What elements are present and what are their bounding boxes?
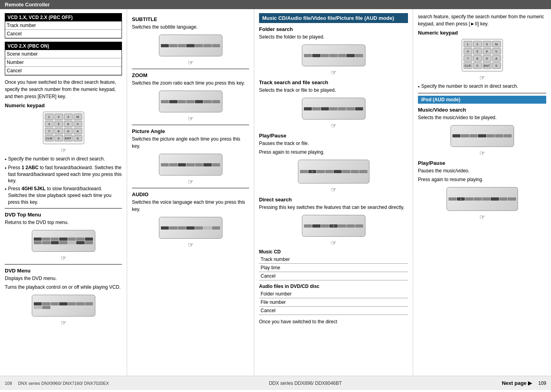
au-btn-1: [161, 226, 169, 230]
hand-pointer-icon-11: ☞: [331, 239, 336, 247]
footer-center: DDX series DDX896/ DDX8046BT: [269, 380, 342, 386]
p-btn-3: [317, 170, 325, 173]
i-btn-5: [487, 134, 495, 137]
p-btn-1: [300, 170, 308, 173]
dvd-top-menu-desc: Returns to the DVD top menu.: [5, 219, 122, 226]
key-9: 9: [64, 128, 73, 134]
page-footer: 108 DNX series DNX9960/ DNX7160/ DNX7020…: [0, 376, 551, 390]
r-btn-13: [76, 241, 85, 244]
i-btn-2: [461, 134, 469, 137]
col1-bullet-3: • Press 4GHI 5JKL to slow forward/backwa…: [5, 185, 122, 205]
key-3def: 3: [64, 114, 73, 120]
col2-divider-1: [132, 69, 249, 69]
au-btn-4: [186, 226, 195, 230]
hand-pointer-icon-3: ☞: [61, 319, 66, 326]
key-0: 0: [54, 135, 63, 141]
music-cd-item-2: Play time: [259, 264, 408, 272]
i-btn-3: [470, 134, 478, 137]
folder-search-title: Folder search: [259, 26, 408, 32]
d-btn-3: [321, 224, 329, 228]
audio-desc: Switches the voice language each time yo…: [132, 199, 249, 213]
r-btn-10: [51, 241, 59, 244]
t-btn-1: [304, 107, 312, 110]
ipod-play-remote: K ☞: [418, 185, 546, 221]
s-btn-7: [212, 44, 220, 47]
mini-remote-audio: [159, 217, 222, 239]
subtitle-title: SUBTITLE: [132, 16, 249, 22]
track-search-desc: Selects the track or file to be played.: [259, 87, 408, 94]
footer-right: Next page ▶ 109: [502, 380, 546, 386]
audio-files-label: Audio files in DVD/CD disc: [259, 284, 408, 289]
d-btn-5: [338, 224, 346, 228]
i-btn-4: [478, 134, 486, 137]
c4-key-5: 5: [473, 48, 482, 54]
d-btn-7: [355, 224, 363, 228]
t-btn-6: [346, 107, 355, 110]
mini-remote-track: [302, 98, 365, 120]
footer-left: 108 DNX series DNX9960/ DNX7160/ DNX7020…: [5, 381, 109, 386]
r-btn-3: [51, 238, 59, 241]
hand-pointer-icon-9: ☞: [331, 122, 336, 129]
header-title: Remote Controller: [5, 2, 50, 8]
f-btn-4: [329, 54, 338, 57]
ip-btn-1: [449, 197, 456, 201]
c4-key-s: S: [492, 62, 501, 69]
footer-series-left: DNX series DNX9960/ DNX7160/ DNX7020EX: [18, 381, 109, 386]
r-btn-14: [85, 241, 93, 244]
t-btn-7: [355, 107, 363, 110]
r-btn-4: [59, 238, 68, 241]
direct-search-desc: Pressing this key switches the features …: [259, 204, 408, 211]
a-btn-2: [169, 163, 178, 166]
s-btn-5: [195, 44, 203, 47]
picture-angle-remote: ☞: [132, 151, 249, 185]
c4-key-3: 3: [483, 41, 491, 47]
c4-key-0: 0: [473, 62, 482, 69]
au-btn-6: [203, 226, 212, 230]
folder-search-desc: Selects the folder to be played.: [259, 33, 408, 41]
ipod-play-pause-desc1: Pauses the music/video.: [418, 167, 546, 174]
c4-key-6: 6: [483, 48, 491, 54]
ip-btn-6: [491, 197, 499, 201]
rm-btn-7: [85, 302, 93, 305]
col1-bullet-1: • Specify the number to search in direct…: [5, 156, 122, 163]
next-page-label: Next page ▶: [502, 380, 532, 386]
ipod-play-pause-desc2: Press again to resume playing.: [418, 176, 546, 183]
footer-page-left: 108: [5, 381, 12, 386]
p-btn-2: K: [308, 170, 316, 173]
dvd-top-menu-remote: ☞: [5, 228, 122, 262]
c4-key-7: 7: [464, 55, 472, 62]
rm-btn-5: [68, 302, 76, 305]
p-btn-6: [342, 170, 350, 173]
r-btn-11: [59, 241, 68, 244]
r-btn-2: [42, 238, 50, 241]
dvd-menu-remote: ☞: [5, 292, 122, 326]
rm-btn-8: [34, 306, 42, 309]
c4-key-9: 9: [483, 55, 491, 62]
rm-btn-2: [42, 302, 50, 305]
t-btn-2: [312, 107, 321, 110]
a-btn-1: [161, 163, 169, 166]
key-vol: V: [73, 121, 82, 127]
vcd-pbc-off-item-1: Track number: [5, 21, 122, 30]
hand-pointer-icon-5: ☞: [188, 115, 193, 122]
t-btn-5: [338, 107, 346, 110]
au-btn-3: [178, 226, 186, 230]
p-btn-5: [334, 170, 342, 173]
d-btn-4: D: [329, 224, 338, 228]
hand-pointer-icon-10: ☞: [331, 186, 336, 193]
audio-files-item-1: Folder number: [259, 290, 408, 298]
a-btn-6: [203, 163, 212, 166]
picture-angle-title: Picture Angle: [132, 128, 249, 134]
col1-numeric-keypad-label: Numeric keypad: [5, 102, 122, 108]
music-cd-item-1: Track number: [259, 255, 408, 264]
a-btn-7: [212, 163, 220, 166]
folder-search-remote: ☞: [259, 42, 408, 76]
vcd-pbc-on-section: VCD 2.X (PBC ON) Scene number Number Can…: [5, 42, 122, 75]
play-pause-desc2: Press again to resume playing.: [259, 149, 408, 156]
audio-files-item-3: Cancel: [259, 307, 408, 315]
c4-key-m: M: [492, 41, 501, 47]
hand-pointer-icon-13: ☞: [479, 149, 485, 157]
ip-btn-2: K: [457, 197, 465, 201]
d-btn-1: [304, 224, 312, 228]
mini-remote-direct: D: [302, 215, 365, 237]
